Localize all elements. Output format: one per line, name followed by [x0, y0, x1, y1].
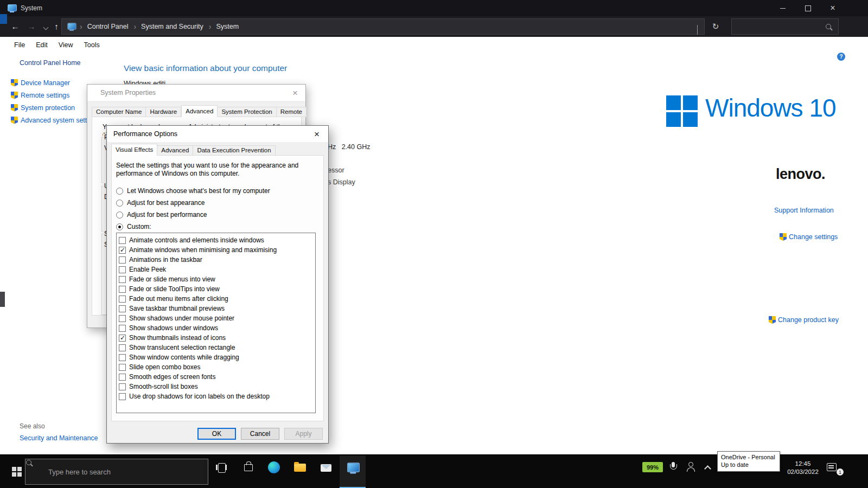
- radio-button[interactable]: [116, 211, 123, 219]
- dialog-tab[interactable]: Hardware: [146, 107, 181, 117]
- change-settings-link[interactable]: Change settings: [789, 233, 838, 241]
- visual-effect-row[interactable]: Show translucent selection rectangle: [119, 343, 315, 352]
- checkbox[interactable]: [119, 296, 126, 303]
- change-product-key-link[interactable]: Change product key: [778, 316, 839, 324]
- visual-effect-row[interactable]: Animate controls and elements inside win…: [119, 235, 315, 245]
- visual-effects-list[interactable]: Animate controls and elements inside win…: [116, 233, 316, 413]
- breadcrumb-item[interactable]: Control Panel: [77, 19, 131, 34]
- visual-effect-row[interactable]: Show thumbnails instead of icons: [119, 333, 315, 343]
- radio-option-row[interactable]: Adjust for best performance: [116, 210, 270, 219]
- checkbox[interactable]: [119, 286, 126, 293]
- visual-effect-row[interactable]: Show shadows under mouse pointer: [119, 313, 315, 323]
- checkbox-label: Use drop shadows for icon labels on the …: [129, 393, 270, 400]
- people-icon[interactable]: [686, 462, 695, 472]
- menu-item[interactable]: File: [9, 41, 30, 49]
- back-button[interactable]: ←: [9, 20, 22, 33]
- visual-effect-row[interactable]: Enable Peek: [119, 265, 315, 274]
- checkbox[interactable]: [119, 256, 126, 264]
- file-explorer-icon[interactable]: [294, 464, 306, 472]
- checkbox[interactable]: [119, 364, 126, 371]
- visual-effect-row[interactable]: Fade out menu items after clicking: [119, 294, 315, 304]
- dialog-tab[interactable]: Visual Effects: [111, 144, 157, 156]
- radio-button[interactable]: [116, 188, 123, 195]
- apply-button[interactable]: Apply: [284, 428, 323, 440]
- edge-icon[interactable]: [268, 461, 280, 473]
- sidebar-item[interactable]: Advanced system settings: [11, 116, 99, 124]
- sidebar-item[interactable]: Device Manager: [11, 79, 99, 87]
- checkbox[interactable]: [119, 325, 126, 332]
- visual-effect-row[interactable]: Fade or slide ToolTips into view: [119, 284, 315, 294]
- address-dropdown-chevron[interactable]: [697, 25, 698, 35]
- checkbox[interactable]: [119, 374, 126, 381]
- visual-effect-row[interactable]: Fade or slide menus into view: [119, 274, 315, 284]
- maximize-button[interactable]: [795, 0, 820, 16]
- start-button[interactable]: [8, 463, 26, 480]
- visual-effect-row[interactable]: Show shadows under windows: [119, 323, 315, 333]
- microphone-icon[interactable]: [669, 462, 677, 472]
- breadcrumb-label: System and Security: [141, 23, 203, 30]
- checkbox[interactable]: [119, 344, 126, 351]
- close-button[interactable]: [820, 0, 845, 16]
- ok-button[interactable]: OK: [197, 428, 236, 440]
- refresh-button[interactable]: [709, 20, 723, 34]
- checkbox[interactable]: [119, 237, 126, 244]
- checkbox[interactable]: [119, 276, 126, 283]
- forward-button[interactable]: →: [25, 20, 38, 33]
- system-taskbar-icon[interactable]: [347, 462, 359, 474]
- menu-item[interactable]: View: [53, 41, 79, 49]
- checkbox[interactable]: [119, 305, 126, 312]
- sidebar-item[interactable]: System protection: [11, 104, 99, 112]
- sidebar-item-security-and-maintenance[interactable]: Security and Maintenance: [20, 434, 98, 442]
- pinned-app-icon[interactable]: [321, 464, 331, 472]
- cancel-button[interactable]: Cancel: [241, 428, 279, 440]
- menu-item[interactable]: Tools: [79, 41, 105, 49]
- support-information-link[interactable]: Support Information: [774, 207, 834, 214]
- taskbar-search[interactable]: Type here to search: [25, 459, 208, 485]
- checkbox[interactable]: [119, 315, 126, 322]
- radio-option-row[interactable]: Let Windows choose what's best for my co…: [116, 187, 270, 195]
- radio-option-row[interactable]: Custom:: [116, 222, 270, 231]
- dialog-titlebar[interactable]: Performance Options: [107, 126, 328, 142]
- dialog-tab[interactable]: Advanced: [181, 105, 218, 117]
- checkbox[interactable]: [119, 383, 126, 390]
- breadcrumb-item[interactable]: System and Security: [131, 19, 206, 34]
- sidebar-item-control-panel-home[interactable]: Control Panel Home: [20, 59, 81, 67]
- dialog-tab[interactable]: Advanced: [157, 145, 193, 156]
- radio-button[interactable]: [116, 200, 123, 207]
- radio-option-row[interactable]: Adjust for best appearance: [116, 198, 270, 207]
- address-bar[interactable]: Control Panel System and Security System: [61, 18, 705, 35]
- search-input[interactable]: [735, 20, 822, 33]
- visual-effect-row[interactable]: Save taskbar thumbnail previews: [119, 304, 315, 313]
- dialog-tab[interactable]: Computer Name: [92, 107, 146, 117]
- visual-effect-row[interactable]: Animate windows when minimising and maxi…: [119, 245, 315, 255]
- battery-indicator[interactable]: 99%: [642, 462, 663, 472]
- visual-effect-row[interactable]: Show window contents while dragging: [119, 352, 315, 362]
- dialog-tab[interactable]: Data Execution Prevention: [193, 145, 275, 156]
- dialog-tab[interactable]: System Protection: [218, 107, 276, 117]
- task-view-icon[interactable]: [216, 463, 227, 472]
- breadcrumb-item[interactable]: System: [206, 19, 241, 34]
- visual-effect-row[interactable]: Smooth-scroll list boxes: [119, 382, 315, 391]
- taskbar-clock[interactable]: 12:45 02/03/2022: [783, 460, 822, 476]
- explorer-search-box[interactable]: [731, 18, 839, 35]
- action-center-icon[interactable]: [827, 463, 837, 471]
- system-properties-close-icon[interactable]: [289, 87, 301, 99]
- visual-effect-row[interactable]: Slide open combo boxes: [119, 362, 315, 372]
- menu-item[interactable]: Edit: [30, 41, 53, 49]
- help-icon[interactable]: [837, 53, 845, 61]
- sidebar-item[interactable]: Remote settings: [11, 91, 99, 99]
- radio-button[interactable]: [116, 223, 123, 230]
- dialog-tab[interactable]: Remote: [277, 107, 307, 117]
- minimize-button[interactable]: [770, 0, 795, 16]
- checkbox[interactable]: [119, 335, 126, 342]
- checkbox[interactable]: [119, 393, 126, 400]
- visual-effect-row[interactable]: Animations in the taskbar: [119, 255, 315, 265]
- pinned-app-icon[interactable]: [244, 464, 253, 471]
- checkbox[interactable]: [119, 354, 126, 361]
- checkbox[interactable]: [119, 247, 126, 254]
- visual-effect-row[interactable]: Smooth edges of screen fonts: [119, 372, 315, 382]
- visual-effect-row[interactable]: Use drop shadows for icon labels on the …: [119, 391, 315, 401]
- performance-options-close-icon[interactable]: [311, 128, 323, 140]
- checkbox[interactable]: [119, 266, 126, 273]
- dialog-titlebar[interactable]: System Properties: [87, 85, 305, 101]
